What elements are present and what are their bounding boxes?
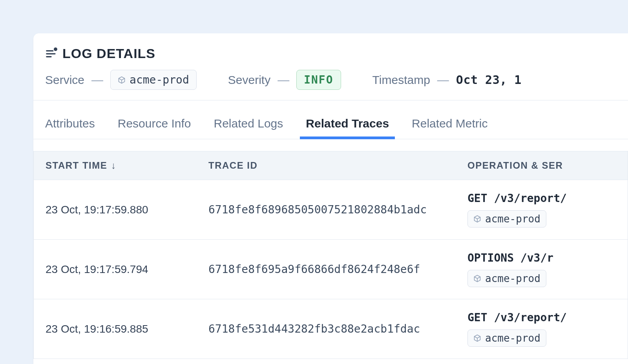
cell-start-time: 23 Oct, 19:17:59.880	[46, 204, 208, 216]
col-start-time-label: START TIME	[46, 160, 107, 171]
meta-service: Service — acme-prod	[45, 70, 197, 90]
service-value: acme-prod	[130, 73, 189, 86]
cell-operation: OPTIONS /v3/r acme-prod	[467, 251, 616, 287]
timestamp-value: Oct 23, 1	[456, 73, 522, 87]
service-chip-label: acme-prod	[485, 213, 540, 225]
service-chip-label: acme-prod	[485, 332, 540, 344]
sort-descending-icon: ↓	[111, 160, 117, 171]
severity-badge: INFO	[296, 70, 341, 90]
timestamp-label: Timestamp	[372, 73, 430, 87]
tab-resource-info[interactable]: Resource Info	[118, 117, 191, 139]
cube-icon	[473, 334, 481, 342]
severity-value: INFO	[304, 73, 333, 86]
tab-related-metrics[interactable]: Related Metric	[412, 117, 487, 139]
operation-text: OPTIONS /v3/r	[467, 251, 616, 264]
tab-related-logs[interactable]: Related Logs	[214, 117, 283, 139]
operation-text: GET /v3/report/	[467, 311, 616, 324]
severity-label: Severity	[228, 73, 270, 87]
service-chip[interactable]: acme-prod	[110, 70, 197, 90]
cell-trace-id: 6718fe531d443282fb3c88e2acb1fdac	[208, 322, 467, 335]
cube-icon	[473, 215, 481, 223]
meta-timestamp: Timestamp — Oct 23, 1	[372, 73, 522, 87]
page-title: LOG DETAILS	[62, 46, 155, 61]
cell-operation: GET /v3/report/ acme-prod	[467, 311, 616, 347]
tab-attributes[interactable]: Attributes	[45, 117, 95, 139]
table-header: START TIME ↓ TRACE ID OPERATION & SER	[34, 151, 628, 180]
col-header-operation[interactable]: OPERATION & SER	[467, 160, 616, 171]
log-details-panel: LOG DETAILS Service — acme-prod	[33, 33, 628, 364]
col-header-trace-id[interactable]: TRACE ID	[208, 160, 467, 171]
cell-start-time: 23 Oct, 19:17:59.794	[46, 263, 208, 276]
cell-start-time: 23 Oct, 19:16:59.885	[46, 323, 208, 335]
table-row[interactable]: 23 Oct, 19:17:59.880 6718fe8f68968505007…	[34, 180, 628, 240]
meta-severity: Severity — INFO	[228, 70, 341, 90]
service-chip[interactable]: acme-prod	[467, 210, 546, 228]
traces-table: START TIME ↓ TRACE ID OPERATION & SER 23…	[33, 151, 628, 359]
cell-trace-id: 6718fe8f695a9f66866df8624f248e6f	[208, 263, 467, 276]
service-label: Service	[45, 73, 84, 87]
tabs: Attributes Resource Info Related Logs Re…	[33, 100, 628, 139]
cell-operation: GET /v3/report/ acme-prod	[467, 192, 616, 228]
service-chip-label: acme-prod	[485, 273, 540, 284]
tab-related-traces[interactable]: Related Traces	[306, 117, 389, 139]
log-details-icon	[45, 48, 57, 60]
title-row: LOG DETAILS	[45, 46, 616, 61]
col-header-start-time[interactable]: START TIME ↓	[46, 160, 208, 171]
panel-header: LOG DETAILS Service — acme-prod	[33, 33, 628, 100]
service-chip[interactable]: acme-prod	[467, 270, 546, 287]
meta-row: Service — acme-prod Severity —	[45, 70, 616, 100]
table-row[interactable]: 23 Oct, 19:17:59.794 6718fe8f695a9f66866…	[34, 240, 628, 299]
cube-icon	[118, 76, 126, 84]
table-row[interactable]: 23 Oct, 19:16:59.885 6718fe531d443282fb3…	[34, 299, 628, 359]
operation-text: GET /v3/report/	[467, 192, 616, 205]
cube-icon	[473, 275, 481, 282]
service-chip[interactable]: acme-prod	[467, 329, 546, 347]
cell-trace-id: 6718fe8f68968505007521802884b1adc	[208, 203, 467, 216]
